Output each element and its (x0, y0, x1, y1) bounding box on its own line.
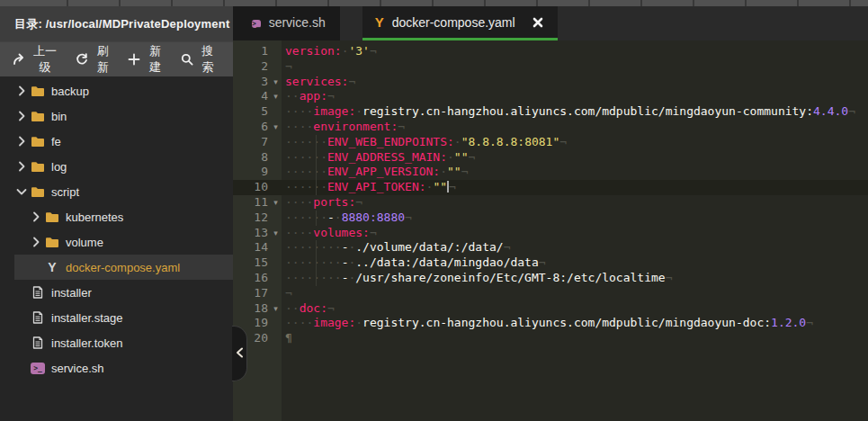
code-token: registry.cn-hangzhou.aliyuncs.com/mdpubl… (362, 316, 771, 329)
code-line-11[interactable]: 11▾····ports:¬ (233, 195, 868, 210)
code-text: ··doc:¬ (282, 301, 868, 317)
fold-arrow-icon[interactable]: ▾ (270, 75, 282, 90)
code-line-18[interactable]: 18▾··doc:¬ (233, 301, 868, 317)
gutter-cell: 12 (233, 210, 282, 226)
tree-item-kubernetes[interactable]: kubernetes (0, 204, 233, 229)
code-line-16[interactable]: 16········-·/usr/share/zoneinfo/Etc/GMT-… (233, 271, 868, 286)
code-line-10[interactable]: 10······ENV_API_TOKEN:·""¬ (233, 180, 868, 195)
code-line-14[interactable]: 14········-·./volume/data/:/data/¬ (233, 240, 868, 255)
terminal-icon: >_ (252, 20, 261, 28)
code-token: image: (313, 104, 355, 118)
fold-spacer (270, 255, 282, 271)
gutter-cell: 18▾ (233, 301, 282, 317)
new-button[interactable]: 新建 (128, 43, 165, 76)
fold-spacer (270, 210, 282, 226)
code-token: ¬ (327, 301, 335, 315)
code-line-20[interactable]: 20¶ (233, 331, 868, 346)
code-token: "" (454, 150, 469, 164)
fold-spacer (270, 44, 282, 59)
tree-item-backup[interactable]: backup (0, 78, 233, 103)
chevron-right-icon[interactable] (29, 211, 43, 222)
terminal-icon: >_ (31, 363, 45, 374)
code-token: ports: (313, 195, 355, 209)
chevron-right-icon[interactable] (14, 85, 29, 96)
code-line-19[interactable]: 19····image:·registry.cn-hangzhou.aliyun… (233, 316, 868, 331)
tab-label: docker-compose.yaml (392, 15, 515, 30)
code-token: ········ (285, 240, 342, 254)
chevron-right-icon[interactable] (14, 161, 29, 172)
code-token: ¬ (370, 226, 377, 239)
code-line-1[interactable]: 1version:·'3'¬ (233, 44, 868, 59)
code-token: ¬ (398, 120, 405, 133)
code-token: ¬ (285, 59, 292, 73)
code-line-17[interactable]: 17¬ (233, 286, 868, 301)
code-token: ../data:/data/mingdao/data (355, 255, 539, 269)
code-line-8[interactable]: 8······ENV_ADDRESS_MAIN:·""¬ (233, 150, 868, 166)
search-button[interactable]: 搜索 (181, 43, 218, 76)
code-token: ···· (285, 226, 313, 239)
tree-item-log[interactable]: log (0, 154, 233, 179)
refresh-button[interactable]: 刷新 (76, 43, 112, 76)
refresh-icon (76, 53, 88, 66)
editor-column: >_service.shYdocker-compose.yaml 1versio… (233, 6, 868, 421)
tree-item-fe[interactable]: fe (0, 129, 233, 154)
tab-label: service.sh (269, 15, 326, 30)
fold-arrow-icon[interactable]: ▾ (270, 195, 282, 210)
chevron-left-icon (236, 345, 244, 362)
up-level-button[interactable]: 上一级 (13, 43, 60, 76)
tree-item-installer-stage[interactable]: installer.stage (0, 305, 233, 330)
code-text: version:·'3'¬ (282, 44, 868, 59)
line-number: 7 (233, 135, 270, 150)
code-line-9[interactable]: 9······ENV_APP_VERSION:·""¬ (233, 165, 868, 180)
tree-item-service-sh[interactable]: >_service.sh (0, 355, 233, 381)
code-line-5[interactable]: 5····image:·registry.cn-hangzhou.aliyunc… (233, 104, 868, 120)
code-line-4[interactable]: 4▾··app:¬ (233, 89, 868, 104)
code-line-7[interactable]: 7······ENV_WEB_ENDPOINTS:·"8.8.8.8:8081"… (233, 135, 868, 150)
code-line-13[interactable]: 13▾····volumes:¬ (233, 226, 868, 241)
tree-item-docker-compose-yaml[interactable]: Ydocker-compose.yaml (0, 255, 233, 280)
fold-arrow-icon[interactable]: ▾ (270, 301, 282, 317)
tree-item-volume[interactable]: volume (0, 229, 233, 255)
tree-item-installer-token[interactable]: installer.token (0, 330, 233, 355)
code-line-15[interactable]: 15········-·../data:/data/mingdao/data¬ (233, 255, 868, 271)
code-line-3[interactable]: 3▾services:¬ (233, 75, 868, 90)
code-token: registry.cn-hangzhou.aliyuncs.com/mdpubl… (362, 104, 813, 118)
gutter-cell: 14 (233, 240, 282, 255)
code-line-6[interactable]: 6▾····environment:¬ (233, 120, 868, 135)
sidebar-collapse-handle[interactable] (232, 326, 247, 381)
code-token: ········ (285, 271, 342, 284)
chevron-right-icon[interactable] (29, 237, 43, 247)
chevron-right-icon[interactable] (14, 136, 29, 147)
chevron-right-icon[interactable] (14, 111, 29, 121)
tab-service-sh[interactable]: >_service.sh (233, 6, 340, 40)
tree-item-label: kubernetes (66, 210, 123, 224)
tree-item-label: installer.stage (51, 311, 123, 325)
code-text: ····image:·registry.cn-hangzhou.aliyuncs… (282, 316, 868, 331)
code-line-2[interactable]: 2¬ (233, 59, 868, 75)
code-token: ···· (285, 195, 313, 209)
line-number: 2 (233, 59, 270, 75)
tree-item-installer[interactable]: installer (0, 280, 233, 305)
code-token: "8.8.8.8:8081" (461, 135, 560, 148)
code-token: ./volume/data/:/data/ (355, 240, 503, 254)
code-token: 4.4.0 (813, 104, 848, 118)
fold-arrow-icon[interactable]: ▾ (270, 120, 282, 135)
code-token: ······ (285, 180, 327, 193)
tree-item-bin[interactable]: bin (0, 103, 233, 129)
code-line-12[interactable]: 12······-·8880:8880¬ (233, 210, 868, 226)
tree-item-label: script (51, 185, 79, 199)
tab-docker-compose-yaml[interactable]: Ydocker-compose.yaml (362, 6, 558, 40)
code-token: ······ (285, 150, 327, 164)
tree-item-script[interactable]: script (0, 179, 233, 204)
code-token: ¬ (355, 195, 362, 209)
fold-spacer (270, 271, 282, 286)
file-manager-window: 目录: /usr/local/MDPrivateDeployment 上一级刷新… (0, 0, 868, 421)
code-editor[interactable]: 1version:·'3'¬2¬3▾services:¬4▾··app:¬5··… (233, 40, 868, 421)
fold-arrow-icon[interactable]: ▾ (270, 226, 282, 241)
gutter-cell: 3▾ (233, 75, 282, 90)
gutter-cell: 4▾ (233, 89, 282, 104)
fold-arrow-icon[interactable]: ▾ (270, 89, 282, 104)
close-icon[interactable] (532, 17, 543, 28)
chevron-down-icon[interactable] (14, 188, 29, 195)
line-number: 5 (233, 104, 270, 120)
